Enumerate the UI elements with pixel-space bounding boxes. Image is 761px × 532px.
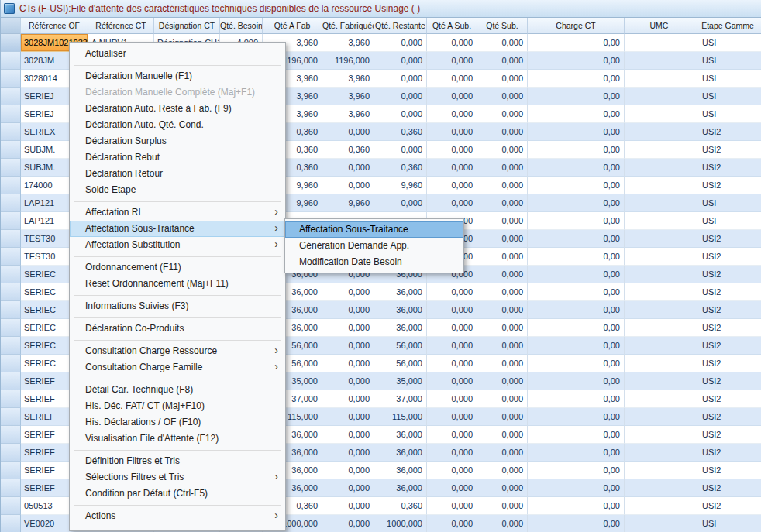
cell-etapeGamme[interactable]: USI	[694, 212, 761, 230]
cell-qteASub[interactable]: 0,000	[427, 444, 477, 462]
submenu-item[interactable]: Affectation Sous-Traitance	[285, 221, 463, 238]
menu-item[interactable]: Déclaration Surplus	[70, 133, 285, 149]
cell-etapeGamme[interactable]: USI2	[694, 266, 761, 283]
cell-qteRestante[interactable]: 0,000	[374, 105, 427, 123]
cell-etapeGamme[interactable]: USI2	[694, 319, 761, 337]
cell-qteSub[interactable]: 0,000	[477, 283, 528, 301]
cell-etapeGamme[interactable]: USI2	[694, 301, 761, 319]
cell-umc[interactable]	[625, 266, 694, 283]
cell-qteRestante[interactable]: 35,000	[374, 372, 427, 390]
cell-qteRestante[interactable]: 0,360	[374, 159, 427, 177]
cell-qteSub[interactable]: 0,000	[477, 372, 528, 390]
cell-qteFabriquee[interactable]: 0,000	[322, 515, 374, 532]
row-selector[interactable]	[1, 194, 21, 212]
cell-qteRestante[interactable]: 56,000	[374, 337, 427, 355]
row-selector[interactable]	[1, 426, 21, 444]
cell-qteFabriquee[interactable]: 0,000	[322, 390, 374, 408]
menu-item[interactable]: Définition Filtres et Tris	[70, 453, 285, 469]
cell-qteFabriquee[interactable]: 0,000	[322, 462, 374, 479]
cell-chargeCT[interactable]: 0,00	[528, 497, 625, 515]
cell-qteRestante[interactable]: 36,000	[374, 462, 427, 479]
cell-chargeCT[interactable]: 0,00	[528, 194, 625, 212]
row-selector[interactable]	[1, 123, 21, 141]
cell-umc[interactable]	[625, 230, 694, 248]
cell-etapeGamme[interactable]: USI2	[694, 230, 761, 248]
cell-umc[interactable]	[625, 372, 694, 390]
cell-qteASub[interactable]: 0,000	[427, 301, 477, 319]
cell-qteASub[interactable]: 0,000	[427, 159, 477, 177]
cell-qteRestante[interactable]: 0,360	[374, 497, 427, 515]
cell-umc[interactable]	[625, 34, 694, 52]
cell-qteASub[interactable]: 0,000	[427, 337, 477, 355]
menu-item[interactable]: Reset Ordonnancement (Maj+F11)	[70, 276, 285, 292]
cell-etapeGamme[interactable]: USI2	[694, 337, 761, 355]
cell-umc[interactable]	[625, 283, 694, 301]
row-selector[interactable]	[1, 105, 21, 123]
cell-qteFabriquee[interactable]: 0,000	[322, 319, 374, 337]
cell-umc[interactable]	[625, 159, 694, 177]
cell-etapeGamme[interactable]: USI2	[694, 372, 761, 390]
cell-qteASub[interactable]: 0,000	[427, 123, 477, 141]
cell-chargeCT[interactable]: 0,00	[528, 372, 625, 390]
row-selector[interactable]	[1, 372, 21, 390]
cell-qteASub[interactable]: 0,000	[427, 390, 477, 408]
cell-qteASub[interactable]: 0,000	[427, 70, 477, 88]
cell-umc[interactable]	[625, 52, 694, 70]
cell-qteSub[interactable]: 0,000	[477, 70, 528, 88]
cell-qteASub[interactable]: 0,000	[427, 319, 477, 337]
cell-umc[interactable]	[625, 319, 694, 337]
menu-item[interactable]: His. Déc. FAT/ CT (Maj+F10)	[70, 398, 285, 414]
cell-qteSub[interactable]: 0,000	[477, 462, 528, 479]
cell-qteRestante[interactable]: 0,000	[374, 34, 427, 52]
cell-qteASub[interactable]: 0,000	[427, 105, 477, 123]
menu-item[interactable]: Déclaration Auto. Qté. Cond.	[70, 117, 285, 133]
cell-qteASub[interactable]: 0,000	[427, 497, 477, 515]
cell-qteRestante[interactable]: 0,000	[374, 70, 427, 88]
cell-qteSub[interactable]: 0,000	[477, 88, 528, 105]
cell-qteFabriquee[interactable]: 0,000	[322, 159, 374, 177]
menu-item[interactable]: Affectation Substitution›	[70, 237, 285, 253]
row-selector[interactable]	[1, 355, 21, 372]
cell-chargeCT[interactable]: 0,00	[528, 88, 625, 105]
menu-item[interactable]: Actualiser	[70, 46, 285, 62]
column-header-chargeCT[interactable]: Charge CT	[528, 18, 625, 34]
cell-qteSub[interactable]: 0,000	[477, 444, 528, 462]
cell-chargeCT[interactable]: 0,00	[528, 444, 625, 462]
cell-etapeGamme[interactable]: USI2	[694, 177, 761, 194]
cell-chargeCT[interactable]: 0,00	[528, 52, 625, 70]
column-header-selector[interactable]	[1, 18, 21, 34]
menu-item[interactable]: His. Déclarations / OF (F10)	[70, 414, 285, 431]
cell-etapeGamme[interactable]: USI2	[694, 141, 761, 159]
menu-item[interactable]: Déclaration Manuelle Complète (Maj+F1)	[70, 84, 285, 101]
cell-qteSub[interactable]: 0,000	[477, 105, 528, 123]
cell-qteASub[interactable]: 0,000	[427, 141, 477, 159]
cell-qteRestante[interactable]: 9,960	[374, 177, 427, 194]
row-selector[interactable]	[1, 319, 21, 337]
cell-qteSub[interactable]: 0,000	[477, 515, 528, 532]
row-selector[interactable]	[1, 230, 21, 248]
cell-umc[interactable]	[625, 426, 694, 444]
cell-etapeGamme[interactable]: USI	[694, 52, 761, 70]
cell-qteRestante[interactable]: 37,000	[374, 390, 427, 408]
cell-umc[interactable]	[625, 301, 694, 319]
column-header-refCT[interactable]: Référence CT	[88, 18, 154, 34]
cell-qteFabriquee[interactable]: 3,960	[322, 70, 374, 88]
cell-etapeGamme[interactable]: USI2	[694, 123, 761, 141]
cell-qteSub[interactable]: 0,000	[477, 123, 528, 141]
cell-chargeCT[interactable]: 0,00	[528, 141, 625, 159]
row-selector[interactable]	[1, 301, 21, 319]
cell-etapeGamme[interactable]: USI2	[694, 159, 761, 177]
cell-qteRestante[interactable]: 0,000	[374, 194, 427, 212]
menu-item[interactable]: Déclaration Retour	[70, 166, 285, 182]
cell-qteSub[interactable]: 0,000	[477, 319, 528, 337]
submenu-item[interactable]: Modification Date Besoin	[285, 254, 463, 270]
cell-umc[interactable]	[625, 105, 694, 123]
cell-qteASub[interactable]: 0,000	[427, 34, 477, 52]
cell-qteSub[interactable]: 0,000	[477, 212, 528, 230]
cell-qteSub[interactable]: 0,000	[477, 390, 528, 408]
cell-etapeGamme[interactable]: USI2	[694, 479, 761, 497]
cell-etapeGamme[interactable]: USI	[694, 194, 761, 212]
submenu-item[interactable]: Génération Demande App.	[285, 238, 463, 254]
cell-qteRestante[interactable]: 115,000	[374, 408, 427, 426]
cell-umc[interactable]	[625, 408, 694, 426]
